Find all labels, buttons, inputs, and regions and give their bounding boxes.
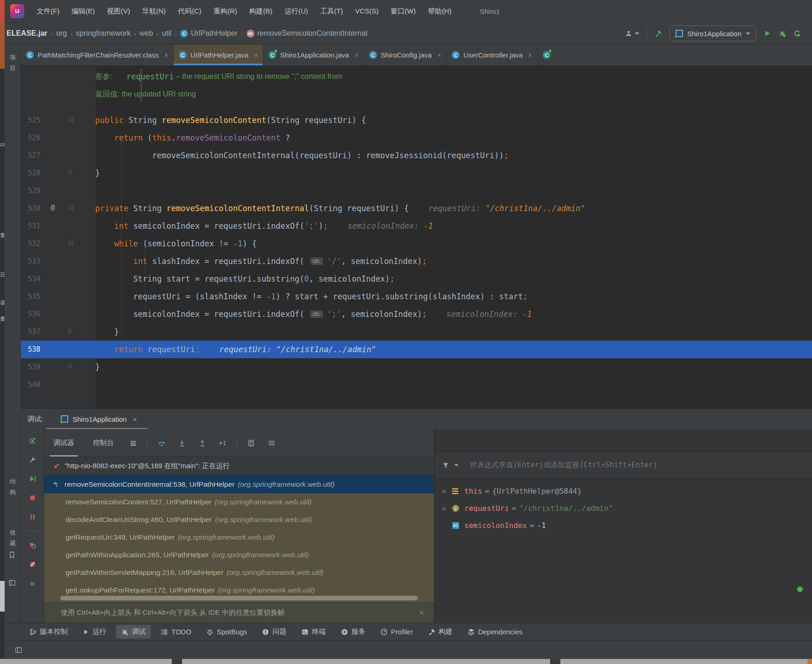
step-out-icon[interactable] [197, 438, 208, 448]
code-line[interactable]: 533 int slashIndex = requestUri.indexOf(… [21, 252, 812, 270]
fold-collapse-icon[interactable] [68, 206, 73, 210]
stack-frame-row[interactable]: getPathWithinApplication:265, UrlPathHel… [44, 546, 434, 564]
view-breakpoints-icon[interactable] [27, 540, 38, 550]
code-line[interactable]: 536 semicolonIndex = requestUri.indexOf(… [21, 305, 812, 323]
menu-item[interactable]: VCS(S) [349, 0, 385, 22]
run-button[interactable] [764, 30, 771, 37]
stack-frame-row[interactable]: removeSemicolonContent:527, UrlPathHelpe… [44, 493, 434, 511]
code-line[interactable]: 529 [21, 182, 812, 200]
step-into-icon[interactable] [177, 438, 187, 448]
run-with-profiler-button[interactable] [793, 30, 801, 37]
thread-selector[interactable]: ✔ "http-nio-8082-exec-10"@5,169 在组"main"… [44, 457, 434, 476]
breadcrumb-item[interactable]: web [139, 29, 153, 38]
code-line[interactable]: 528⌂} [21, 164, 812, 182]
editor-tab[interactable]: CUrlPathHelper.java× [174, 45, 263, 65]
stop-icon[interactable] [27, 493, 38, 503]
menu-item[interactable]: 视图(V) [101, 0, 136, 22]
toolwindow-button-TODO[interactable]: TODO [156, 625, 196, 638]
notification-dot[interactable] [797, 587, 803, 592]
variable-row[interactable]: >prequestUri="/christ1na/../admin" [435, 500, 812, 517]
toolwindow-button-服务[interactable]: 服务 [336, 625, 370, 638]
run-to-cursor-icon[interactable] [218, 438, 228, 448]
layout-icon[interactable] [15, 646, 22, 654]
breadcrumb-item[interactable]: org [56, 29, 67, 38]
editor-tab[interactable]: CPathMatchingFilterChainResolver.class× [21, 45, 174, 65]
debugger-tab-调试器[interactable]: 调试器 [44, 429, 84, 457]
toolwindow-button-Dependencies[interactable]: Dependencies [462, 625, 528, 638]
fold-end-icon[interactable]: ⌂ [67, 326, 72, 335]
bookmark-icon[interactable] [8, 551, 16, 559]
variable-row[interactable]: 01semicolonIndex=-1 [435, 517, 812, 534]
breadcrumb-class-item[interactable]: CUrlPathHelper [180, 29, 237, 38]
code-line[interactable]: 527 removeSemicolonContentInternal(reque… [21, 147, 812, 164]
resume-program-icon[interactable] [27, 474, 38, 484]
stack-frame-row[interactable]: ↰removeSemicolonContentInternal:538, Url… [44, 476, 434, 493]
close-icon[interactable]: × [164, 52, 168, 59]
toolwindow-button-运行[interactable]: 运行 [78, 625, 111, 638]
user-profile-button[interactable] [625, 30, 639, 37]
more-toolwindows-icon[interactable] [8, 579, 16, 587]
editor-tab[interactable]: CShiro1Application.java× [263, 45, 364, 65]
close-icon[interactable]: × [133, 415, 137, 423]
debug-session-tab[interactable]: Shiro1Application × [61, 415, 137, 423]
menu-item[interactable]: 窗口(W) [384, 0, 422, 22]
step-over-icon[interactable] [156, 438, 167, 448]
fold-end-icon[interactable]: ⌂ [67, 361, 72, 370]
build-project-button[interactable] [655, 30, 662, 37]
code-line[interactable]: 539⌂} [21, 358, 812, 376]
debugger-tab-控制台[interactable]: 控制台 [84, 429, 123, 457]
code-line[interactable]: 540 [21, 376, 812, 393]
toolwindow-button-调试[interactable]: 调试 [116, 625, 151, 638]
fold-end-icon[interactable]: ⌂ [67, 168, 72, 176]
menu-item[interactable]: 运行(U) [279, 0, 314, 22]
stack-frame-row[interactable]: getRequestUri:349, UrlPathHelper (org.sp… [44, 529, 434, 546]
close-icon[interactable]: × [419, 608, 424, 618]
code-line[interactable]: 532 while (semicolonIndex != -1) { [21, 235, 812, 252]
evaluate-expression-icon[interactable] [246, 438, 256, 448]
mute-breakpoints-icon[interactable] [27, 559, 38, 569]
menu-item[interactable]: 工具(T) [314, 0, 349, 22]
close-icon[interactable]: × [355, 52, 358, 59]
run-configuration-select[interactable]: Shiro1Application [669, 26, 756, 41]
menu-item[interactable]: 构建(B) [243, 0, 279, 22]
code-line[interactable]: 531 int semicolonIndex = requestUri.inde… [21, 217, 812, 235]
debugger-settings-icon[interactable] [27, 455, 38, 465]
editor-tab[interactable]: CShiroConfig.java× [364, 45, 447, 65]
toolwindow-button-版本控制[interactable]: 版本控制 [24, 625, 73, 638]
code-line[interactable]: 530@private String removeSemicolonConten… [21, 200, 812, 217]
filter-icon[interactable] [442, 462, 449, 469]
frames-horizontal-scrollbar[interactable] [60, 596, 418, 600]
toolwindow-button-SpotBugs[interactable]: SpotBugs [201, 625, 252, 638]
breadcrumb-item[interactable]: springframework [76, 29, 130, 38]
breadcrumb-item[interactable]: ELEASE.jar [6, 29, 47, 38]
layout-settings-icon[interactable] [266, 438, 277, 448]
toolwindow-button-Profiler[interactable]: Profiler [375, 625, 418, 638]
variable-row[interactable]: >this={UrlPathHelper@5844} [435, 483, 812, 500]
stack-frame-row[interactable]: getPathWithinServletMapping:216, UrlPath… [44, 564, 434, 581]
debug-button[interactable] [779, 30, 786, 37]
editor-tab[interactable]: CUserController.java× [447, 45, 538, 65]
javadoc-line[interactable]: 返回值: the updated URI string [21, 85, 812, 103]
close-icon[interactable]: × [254, 52, 258, 59]
menu-item[interactable]: 文件(F) [31, 0, 65, 22]
pause-icon[interactable] [27, 512, 38, 522]
execution-line[interactable]: 538 return requestUri;requestUri: "/chri… [21, 341, 812, 358]
fold-collapse-icon[interactable] [68, 241, 73, 245]
breadcrumb-method-item[interactable]: mremoveSemicolonContentInternal [247, 29, 367, 38]
editor-tab-partial[interactable]: C [538, 45, 556, 65]
close-icon[interactable]: × [437, 52, 441, 59]
code-line[interactable]: 537⌂ } [21, 323, 812, 341]
menu-item[interactable]: 编辑(E) [65, 0, 101, 22]
code-line[interactable]: 525public String removeSemicolonContent(… [21, 111, 812, 129]
toolwindow-button-构建[interactable]: 构建 [423, 625, 458, 638]
breadcrumb-item[interactable]: util [162, 29, 171, 38]
toolwindow-button-终端[interactable]: 终端 [296, 625, 331, 638]
chevron-down-icon[interactable] [454, 464, 459, 466]
code-line[interactable]: 535 requestUri = (slashIndex != -1) ? st… [21, 288, 812, 305]
menu-item[interactable]: 帮助(H) [422, 0, 458, 22]
code-line[interactable]: 534 String start = requestUri.substring(… [21, 270, 812, 288]
menu-item[interactable]: 重构(R) [208, 0, 243, 22]
expand-chevron-icon[interactable]: > [442, 488, 452, 495]
javadoc-line[interactable]: 形参: requestUri – the request URI string … [21, 68, 812, 85]
toolwindow-stub-favorites[interactable]: 收藏 [5, 527, 21, 548]
